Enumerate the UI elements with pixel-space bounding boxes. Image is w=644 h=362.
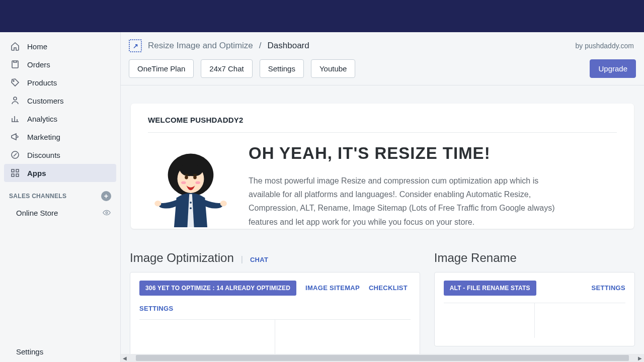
settings-button[interactable]: Settings (260, 59, 304, 78)
svg-point-17 (190, 207, 192, 209)
svg-rect-4 (12, 169, 14, 172)
horizontal-scrollbar[interactable]: ◀ ▶ (121, 354, 644, 362)
image-sitemap-link[interactable]: IMAGE SITEMAP (305, 284, 360, 292)
sales-channels-header: SALES CHANNELS + (0, 182, 120, 204)
sidebar-item-label: Products (27, 78, 57, 87)
svg-point-15 (195, 181, 200, 184)
sidebar-item-label: Settings (16, 347, 43, 356)
chat-button[interactable]: 24x7 Chat (201, 59, 252, 78)
sidebar-item-online-store[interactable]: Online Store (0, 204, 120, 221)
sidebar-item-label: Apps (27, 169, 46, 177)
sales-channels-label: SALES CHANNELS (9, 193, 66, 200)
optimization-body (139, 319, 411, 354)
preview-icon[interactable] (102, 208, 111, 217)
breadcrumb: ↗ Resize Image and Optimize / Dashboard … (121, 32, 644, 59)
breadcrumb-app[interactable]: Resize Image and Optimize (148, 41, 253, 51)
onetime-plan-button[interactable]: OneTime Plan (129, 59, 194, 78)
svg-point-13 (193, 175, 197, 179)
welcome-avatar (148, 142, 233, 227)
main-content: ↗ Resize Image and Optimize / Dashboard … (121, 32, 644, 362)
section-title-optimization: Image Optimization (130, 251, 234, 265)
scrollbar-track[interactable] (129, 354, 636, 362)
home-icon (10, 41, 20, 51)
svg-point-2 (14, 97, 17, 100)
sidebar-item-orders[interactable]: Orders (4, 55, 116, 73)
optimization-settings-link[interactable]: SETTINGS (139, 305, 173, 312)
rename-settings-link[interactable]: SETTINGS (592, 284, 625, 292)
scroll-right-icon[interactable]: ▶ (636, 354, 644, 362)
svg-point-8 (106, 212, 108, 214)
sidebar-item-label: Orders (27, 60, 50, 69)
breadcrumb-separator: / (259, 41, 262, 51)
section-title-rename: Image Rename (434, 251, 517, 265)
vendor-label: by pushdaddy.com (576, 42, 634, 50)
sidebar-item-discounts[interactable]: Discounts (4, 146, 116, 164)
sidebar-item-label: Home (27, 42, 47, 51)
rename-stats-pill[interactable]: ALT - FILE RENAME STATS (444, 281, 536, 296)
sidebar-item-analytics[interactable]: Analytics (4, 110, 116, 128)
svg-point-12 (185, 175, 188, 179)
youtube-button[interactable]: Youtube (311, 59, 356, 78)
svg-point-19 (220, 201, 227, 206)
toolbar: OneTime Plan 24x7 Chat Settings Youtube … (121, 59, 644, 85)
svg-rect-0 (12, 61, 18, 68)
optimization-card: 306 YET TO OPTIMIZE : 14 ALREADY OPTIMIZ… (130, 272, 420, 362)
welcome-title: OH YEAH, IT'S RESIZE TIME! (249, 144, 560, 163)
welcome-card: WELCOME PUSHDADDY2 (131, 104, 634, 229)
sidebar-item-label: Online Store (16, 209, 58, 217)
svg-rect-6 (12, 174, 14, 176)
analytics-icon (10, 114, 20, 124)
sidebar-item-customers[interactable]: Customers (4, 92, 116, 110)
svg-point-18 (154, 201, 161, 206)
section-divider: | (241, 255, 243, 264)
sidebar-item-products[interactable]: Products (4, 73, 116, 92)
upgrade-button[interactable]: Upgrade (590, 59, 636, 78)
scroll-left-icon[interactable]: ◀ (121, 354, 129, 362)
orders-icon (10, 59, 20, 69)
chat-link[interactable]: CHAT (250, 256, 268, 263)
svg-point-1 (13, 80, 14, 81)
sidebar-item-label: Discounts (27, 151, 60, 159)
sidebar-item-label: Customers (27, 97, 64, 105)
optimize-stats-pill[interactable]: 306 YET TO OPTIMIZE : 14 ALREADY OPTIMIZ… (139, 281, 296, 296)
person-icon (10, 96, 20, 106)
svg-point-14 (181, 181, 186, 184)
sidebar-item-label: Analytics (27, 115, 57, 123)
sidebar-item-home[interactable]: Home (4, 37, 116, 55)
svg-point-16 (190, 202, 192, 204)
scrollbar-thumb[interactable] (136, 355, 629, 361)
discount-icon (10, 150, 20, 160)
svg-rect-5 (16, 169, 19, 172)
rename-card: ALT - FILE RENAME STATS SETTINGS (434, 272, 635, 346)
top-bar (0, 0, 644, 32)
add-channel-button[interactable]: + (101, 191, 111, 201)
sidebar-item-settings[interactable]: Settings (0, 341, 120, 362)
svg-rect-7 (16, 174, 19, 176)
checklist-link[interactable]: CHECKLIST (369, 284, 408, 292)
sidebar-item-apps[interactable]: Apps (4, 164, 116, 182)
megaphone-icon (10, 132, 20, 142)
tag-icon (10, 77, 20, 87)
apps-icon (10, 168, 20, 178)
sidebar: Home Orders Products Customers Analytics… (0, 32, 121, 362)
sidebar-item-label: Marketing (27, 133, 60, 141)
rename-body (444, 303, 625, 338)
breadcrumb-page: Dashboard (268, 41, 309, 51)
app-logo-icon: ↗ (129, 39, 142, 52)
sidebar-item-marketing[interactable]: Marketing (4, 128, 116, 146)
welcome-body: The most powerful image Resize and compr… (249, 174, 560, 229)
welcome-heading: WELCOME PUSHDADDY2 (148, 116, 617, 133)
